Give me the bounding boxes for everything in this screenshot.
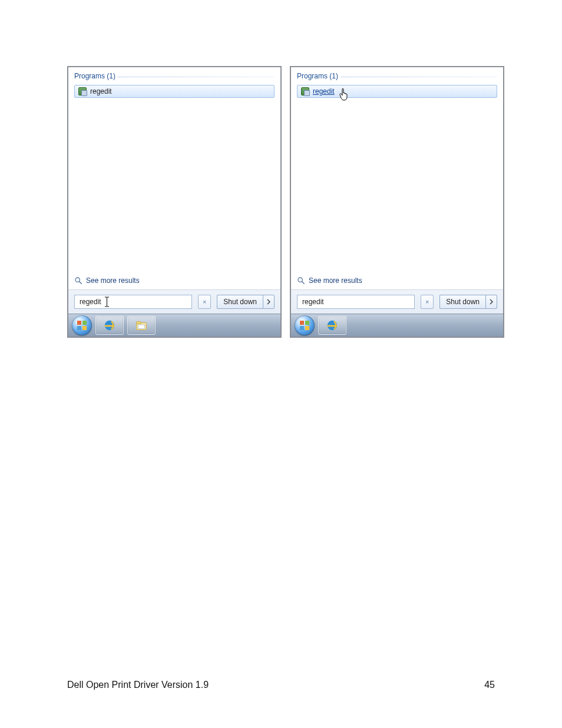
- svg-rect-4: [77, 326, 81, 330]
- shutdown-button[interactable]: Shut down: [439, 295, 485, 309]
- svg-rect-3: [82, 321, 87, 325]
- see-more-results-link[interactable]: See more results: [297, 276, 362, 285]
- search-input[interactable]: [78, 297, 188, 307]
- svg-line-11: [302, 282, 305, 284]
- taskbar-app-ie[interactable]: [318, 316, 346, 335]
- search-results-area: Programs (1) regedit S: [291, 67, 503, 289]
- search-input-wrapper[interactable]: [297, 295, 415, 309]
- close-icon: ×: [203, 298, 206, 305]
- search-results-area: Programs (1) regedit See more results: [68, 67, 280, 289]
- svg-rect-13: [305, 321, 309, 325]
- shutdown-options-button[interactable]: [263, 295, 275, 309]
- svg-rect-12: [300, 321, 304, 325]
- footer-title: Dell Open Print Driver Version 1.9: [67, 680, 209, 690]
- svg-rect-2: [77, 321, 81, 325]
- see-more-label: See more results: [309, 276, 362, 285]
- taskbar-app-ie[interactable]: [95, 316, 124, 335]
- see-more-results-link[interactable]: See more results: [74, 276, 140, 285]
- chevron-right-icon: [490, 297, 493, 307]
- clear-search-button[interactable]: ×: [198, 295, 211, 309]
- svg-rect-8: [137, 322, 141, 324]
- shutdown-split-button[interactable]: Shut down: [439, 295, 497, 309]
- shutdown-button[interactable]: Shut down: [217, 295, 263, 309]
- result-group-header: Programs (1): [74, 72, 275, 81]
- search-bar: × Shut down: [291, 289, 503, 314]
- search-result-regedit[interactable]: regedit: [74, 85, 275, 98]
- svg-line-1: [80, 282, 82, 284]
- svg-rect-14: [300, 326, 304, 330]
- page-number: 45: [484, 680, 495, 690]
- close-icon: ×: [425, 298, 429, 305]
- taskbar: [68, 314, 280, 337]
- search-input[interactable]: [301, 297, 411, 307]
- result-group-header: Programs (1): [297, 72, 497, 81]
- search-result-regedit[interactable]: regedit: [297, 85, 497, 98]
- search-icon: [297, 276, 305, 285]
- result-group-label: Programs (1): [297, 72, 340, 80]
- screenshot-pair: Programs (1) regedit See more results: [67, 66, 504, 338]
- pointer-cursor-icon: [339, 88, 349, 101]
- start-menu-panel: Programs (1) regedit S: [290, 66, 504, 338]
- see-more-label: See more results: [86, 276, 140, 285]
- page-footer: Dell Open Print Driver Version 1.9 45: [67, 680, 495, 690]
- windows-logo-icon: [299, 319, 310, 331]
- search-result-label: regedit: [90, 87, 112, 95]
- chevron-right-icon: [267, 297, 270, 307]
- search-result-label: regedit: [313, 87, 335, 95]
- file-explorer-icon: [135, 319, 148, 332]
- start-menu-panel: Programs (1) regedit See more results: [67, 66, 282, 338]
- shutdown-label: Shut down: [446, 298, 480, 306]
- search-bar: × Shut down: [68, 289, 280, 314]
- svg-rect-9: [138, 325, 145, 328]
- start-orb[interactable]: [295, 315, 315, 335]
- regedit-icon: [78, 87, 87, 95]
- shutdown-split-button[interactable]: Shut down: [217, 295, 275, 309]
- taskbar: [291, 314, 503, 337]
- windows-logo-icon: [76, 319, 88, 331]
- shutdown-label: Shut down: [223, 298, 257, 306]
- document-page: Programs (1) regedit See more results: [0, 0, 562, 728]
- internet-explorer-icon: [326, 319, 339, 332]
- svg-rect-15: [305, 326, 309, 330]
- taskbar-app-explorer[interactable]: [127, 316, 156, 335]
- svg-rect-5: [82, 326, 87, 330]
- search-icon: [74, 276, 82, 285]
- regedit-icon: [301, 87, 309, 95]
- clear-search-button[interactable]: ×: [421, 295, 434, 309]
- start-orb[interactable]: [72, 315, 92, 335]
- shutdown-options-button[interactable]: [485, 295, 497, 309]
- search-input-wrapper[interactable]: [74, 295, 192, 309]
- result-group-label: Programs (1): [74, 72, 118, 80]
- internet-explorer-icon: [103, 319, 116, 332]
